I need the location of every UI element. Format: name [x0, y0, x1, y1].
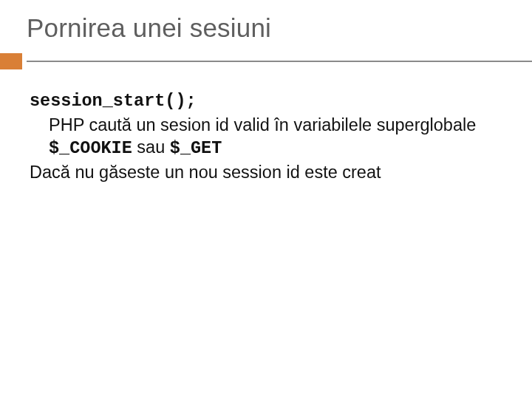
title-underline: [0, 53, 532, 69]
body-text-1a: PHP caută un sesion id valid în variabil…: [49, 115, 476, 134]
slide: Pornirea unei sesiuni session_start(); P…: [0, 0, 532, 399]
code-function-name: session_start: [30, 91, 165, 111]
body-line-1: PHP caută un sesion id valid în variabil…: [30, 114, 505, 160]
code-var-cookie: $_COOKIE: [49, 138, 132, 158]
body-text-1b: sau: [132, 137, 170, 157]
code-var-get: $_GET: [170, 138, 222, 158]
horizontal-rule: [27, 61, 532, 62]
body-line-2: Dacă nu găseste un nou session id este c…: [30, 161, 505, 183]
slide-title: Pornirea unei sesiuni: [27, 13, 505, 43]
code-call-suffix: ();: [165, 91, 196, 111]
accent-block: [0, 53, 22, 69]
slide-content: session_start(); PHP caută un sesion id …: [27, 89, 505, 183]
code-line: session_start();: [30, 89, 505, 112]
